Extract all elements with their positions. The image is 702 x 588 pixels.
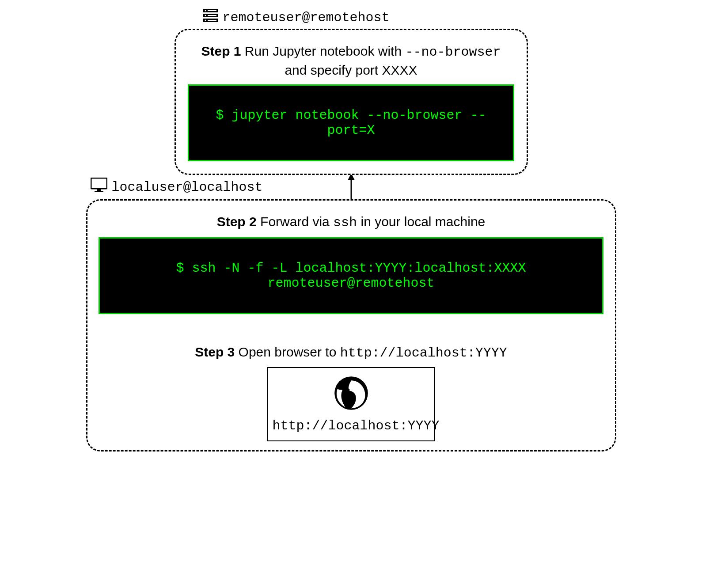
step2-text-before: Forward via	[257, 214, 333, 229]
step2-tt: ssh	[333, 215, 357, 230]
svg-point-5	[205, 20, 206, 21]
server-icon	[203, 9, 218, 26]
step1-text-after: and specify port XXXX	[285, 63, 417, 77]
local-command: $ ssh -N -f -L localhost:YYYY:localhost:…	[176, 261, 526, 291]
svg-point-4	[205, 15, 206, 16]
svg-rect-8	[208, 20, 216, 21]
step3-label: Step 3	[195, 345, 235, 359]
remote-host-text: remoteuser@remotehost	[223, 10, 390, 25]
step3-tt: http://localhost:YYYY	[340, 345, 507, 360]
step2-label: Step 2	[217, 214, 257, 229]
firefox-icon	[331, 373, 371, 415]
step2-caption: Step 2 Forward via ssh in your local mac…	[109, 213, 593, 232]
step2-text-after: in your local machine	[357, 214, 485, 229]
remote-terminal: $ jupyter notebook --no-browser --port=X	[188, 84, 514, 161]
local-box: Step 2 Forward via ssh in your local mac…	[86, 199, 616, 451]
svg-rect-13	[97, 189, 101, 191]
monitor-icon	[91, 178, 107, 197]
step1-text-before: Run Jupyter notebook with	[241, 44, 406, 58]
svg-point-3	[205, 10, 206, 11]
svg-rect-7	[208, 15, 216, 16]
step3-caption: Step 3 Open browser to http://localhost:…	[109, 343, 593, 362]
svg-rect-12	[91, 178, 107, 189]
step1-caption: Step 1 Run Jupyter notebook with --no-br…	[193, 42, 509, 79]
remote-host-label: remoteuser@remotehost	[203, 9, 616, 26]
svg-rect-14	[95, 191, 103, 192]
browser-box: http://localhost:YYYY	[267, 367, 435, 441]
step1-tt: --no-browser	[405, 45, 501, 60]
remote-box: Step 1 Run Jupyter notebook with --no-br…	[175, 29, 528, 175]
remote-command: $ jupyter notebook --no-browser --port=X	[216, 108, 486, 138]
step1-label: Step 1	[201, 44, 241, 58]
browser-url: http://localhost:YYYY	[273, 418, 430, 433]
svg-point-16	[346, 388, 349, 391]
step3-text-before: Open browser to	[235, 345, 340, 359]
svg-rect-6	[208, 10, 216, 11]
local-host-text: localuser@localhost	[112, 180, 263, 195]
local-terminal: $ ssh -N -f -L localhost:YYYY:localhost:…	[99, 237, 603, 314]
